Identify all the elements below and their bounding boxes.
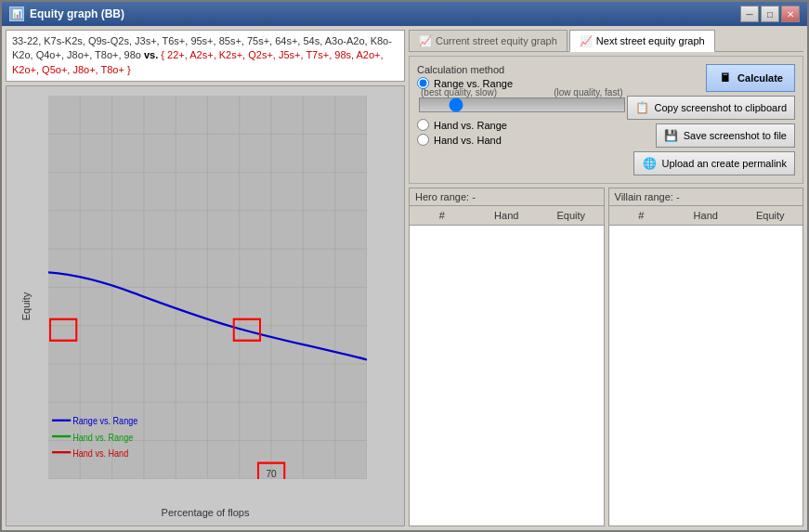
villain-range-title: Villain range: -	[609, 188, 803, 206]
tabs-bar: 📈 Current street equity graph 📈 Next str…	[409, 30, 803, 52]
tab-next-street[interactable]: 📈 Next street equity graph	[569, 30, 715, 52]
copy-icon: 📋	[635, 100, 650, 115]
calculate-icon: 🖩	[718, 71, 733, 85]
chart-icon: 📈	[419, 34, 432, 47]
radio-group2: Hand vs. Range Hand vs. Hand	[417, 119, 627, 146]
quality-best-label: (best quality, slow)	[421, 87, 497, 97]
tab-current-street[interactable]: 📈 Current street equity graph	[409, 30, 568, 51]
villain-range-panel: Villain range: - # Hand Equity	[608, 188, 804, 526]
range-display: 33-22, K7s-K2s, Q9s-Q2s, J3s+, T6s+, 95s…	[6, 30, 405, 82]
villain-range-header: # Hand Equity	[609, 206, 803, 226]
upload-label: Upload an create permalink	[661, 158, 787, 169]
svg-text:70: 70	[266, 467, 276, 479]
hero-col-hash: #	[410, 208, 475, 223]
upload-icon: 🌐	[642, 156, 657, 171]
control-left: Calculation method Range vs. Range (best…	[417, 64, 627, 175]
chart-icon2: 📈	[580, 34, 593, 47]
hero-col-equity: Equity	[539, 208, 604, 223]
title-bar: 📊 Equity graph (BB) ─ □ ✕	[2, 2, 807, 26]
hero-range-body	[410, 226, 604, 526]
x-axis-label: Percentage of flops	[162, 507, 250, 518]
graph-area: Equity Percentage of flops	[6, 85, 405, 526]
copy-label: Copy screenshot to clipboard	[655, 102, 787, 113]
hero-col-hand: Hand	[475, 208, 540, 223]
villain-col-equity: Equity	[738, 208, 803, 223]
hero-range-header: # Hand Equity	[410, 206, 604, 226]
calculate-button[interactable]: 🖩 Calculate	[706, 64, 795, 92]
svg-text:Hand vs. Hand: Hand vs. Hand	[72, 448, 128, 459]
control-row: Calculation method Range vs. Range (best…	[417, 64, 795, 175]
main-window: 📊 Equity graph (BB) ─ □ ✕ 33-22, K7s-K2s…	[0, 0, 809, 532]
radio-hvr[interactable]: Hand vs. Range	[417, 119, 627, 131]
calculate-label: Calculate	[737, 72, 783, 84]
section-label: Calculation method	[417, 64, 627, 75]
villain-range-body	[609, 226, 803, 526]
graph-container: Equity Percentage of flops	[7, 86, 404, 526]
control-right: 🖩 Calculate 📋 Copy screenshot to clipboa…	[627, 64, 795, 175]
villain-col-hash: #	[609, 208, 674, 223]
tab-current-label: Current street equity graph	[436, 35, 557, 46]
ranges-section: Hero range: - # Hand Equity Villain rang…	[409, 188, 803, 526]
close-button[interactable]: ✕	[781, 6, 800, 22]
save-label: Save screenshot to file	[684, 130, 787, 141]
title-bar-left: 📊 Equity graph (BB)	[9, 6, 124, 21]
radio-hvh-input[interactable]	[417, 134, 429, 146]
app-icon: 📊	[9, 6, 24, 21]
y-axis-label: Equity	[20, 292, 32, 320]
save-screenshot-button[interactable]: 💾 Save screenshot to file	[656, 123, 795, 148]
right-panel: 📈 Current street equity graph 📈 Next str…	[409, 30, 803, 526]
villain-col-hand: Hand	[673, 208, 738, 223]
save-icon: 💾	[664, 128, 679, 143]
main-content: 33-22, K7s-K2s, Q9s-Q2s, J3s+, T6s+, 95s…	[2, 26, 807, 530]
tab-next-label: Next street equity graph	[596, 35, 705, 46]
maximize-button[interactable]: □	[761, 6, 779, 22]
minimize-button[interactable]: ─	[740, 6, 759, 22]
radio-hvr-input[interactable]	[417, 119, 429, 131]
window-controls: ─ □ ✕	[740, 6, 800, 22]
svg-text:Hand vs. Range: Hand vs. Range	[72, 432, 133, 443]
quality-slider[interactable]	[419, 97, 625, 112]
slider-container	[417, 97, 627, 115]
hero-range-panel: Hero range: - # Hand Equity	[409, 188, 605, 526]
window-title: Equity graph (BB)	[30, 7, 124, 20]
hero-range-title: Hero range: -	[410, 188, 604, 206]
copy-screenshot-button[interactable]: 📋 Copy screenshot to clipboard	[627, 96, 795, 120]
upload-button[interactable]: 🌐 Upload an create permalink	[633, 151, 795, 175]
vs-label: vs.	[144, 49, 158, 60]
radio-hvh-label: Hand vs. Hand	[434, 135, 502, 146]
svg-text:Range vs. Range: Range vs. Range	[72, 416, 137, 427]
radio-hvh[interactable]: Hand vs. Hand	[417, 134, 627, 146]
graph-svg: 100 90 80 70 60 50 40 30 20 10 0 0 10	[48, 96, 367, 479]
control-panel: Calculation method Range vs. Range (best…	[409, 56, 803, 184]
quality-fast-label: (low quality, fast)	[554, 87, 622, 97]
radio-hvr-label: Hand vs. Range	[434, 120, 507, 131]
left-panel: 33-22, K7s-K2s, Q9s-Q2s, J3s+, T6s+, 95s…	[6, 30, 405, 526]
